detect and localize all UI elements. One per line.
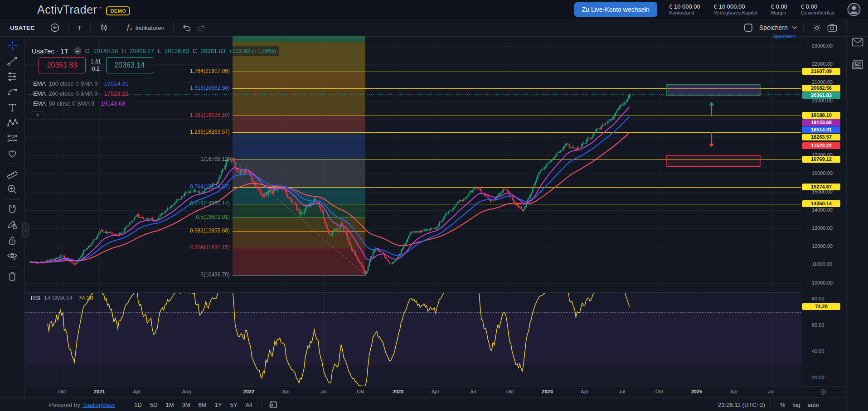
- session-clock[interactable]: 23:26:11 (UTC+2): [718, 401, 765, 408]
- chart-toolbar: USATEC T ƒx Indikatoren Speichern: [0, 19, 868, 37]
- date-range-switcher: 1D5D1M3M6M1Y5YAll: [130, 400, 256, 410]
- fib-level-label: 1.236(18263.57): [25, 129, 230, 135]
- go-to-date-button[interactable]: [267, 400, 278, 410]
- price-tag: 20361.83: [802, 92, 840, 99]
- tool-crosshair[interactable]: [4, 38, 21, 53]
- function-icon: ƒx: [126, 24, 132, 32]
- tool-trend-line[interactable]: [4, 53, 21, 69]
- chart-style-button[interactable]: [97, 21, 111, 34]
- tool-hide-drawings[interactable]: [4, 248, 21, 264]
- log-scale-button[interactable]: log: [789, 400, 804, 410]
- go-to-date-icon: [268, 401, 277, 409]
- tool-projection[interactable]: [4, 131, 21, 146]
- rsi-value: 74.20: [78, 295, 93, 301]
- ema-legend-row[interactable]: EMA200 close 0 SMA 917523.22: [31, 90, 131, 97]
- account-stat-value: € 0.00: [801, 3, 834, 10]
- price-tag: 15274.67: [802, 184, 840, 190]
- range-button-1m[interactable]: 1M: [161, 400, 178, 410]
- redo-button[interactable]: [194, 22, 209, 34]
- tradingview-link[interactable]: TradingView: [82, 401, 115, 408]
- price-tick: 12000.00: [812, 243, 833, 249]
- hide-drawings-icon: [6, 250, 18, 262]
- ema-legend-row[interactable]: EMA100 close 0 SMA 918514.31: [31, 80, 131, 87]
- time-label: 2024: [542, 389, 553, 394]
- ema-legend-row[interactable]: EMA50 close 0 SMA 919143.68: [31, 100, 128, 107]
- spread-top: 1.31: [91, 58, 101, 65]
- gear-icon: [812, 23, 822, 33]
- range-button-5d[interactable]: 5D: [146, 400, 162, 410]
- price-tag: 19143.68: [802, 119, 840, 126]
- indicator-value: 17523.22: [104, 90, 129, 97]
- app-logo: ActivTrader ™ DEMO: [37, 3, 130, 16]
- timeframe-button[interactable]: T: [75, 22, 84, 34]
- price-scale[interactable]: 23000.0022000.0021000.0020000.0019000.00…: [801, 36, 847, 386]
- tool-magnet[interactable]: [4, 202, 21, 218]
- time-label: Jul: [768, 389, 775, 394]
- range-button-all[interactable]: All: [241, 400, 256, 410]
- indicators-button[interactable]: ƒx Indikatoren: [123, 22, 167, 34]
- tool-lock-drawings[interactable]: [4, 233, 21, 248]
- chart-settings-button[interactable]: [810, 21, 824, 34]
- tool-fib-retracement[interactable]: [4, 69, 21, 84]
- range-button-1d[interactable]: 1D: [130, 400, 146, 410]
- compare-add-symbol-button[interactable]: [47, 21, 63, 34]
- time-label: Jul: [320, 389, 326, 394]
- price-tick: 13000.00: [812, 225, 833, 231]
- tool-brush[interactable]: [4, 84, 21, 100]
- theme-sun-icon[interactable]: [820, 388, 827, 396]
- tool-zoom-in[interactable]: [4, 182, 21, 197]
- tool-ruler[interactable]: [4, 166, 21, 182]
- rail-divider: [5, 199, 19, 200]
- price-tick: 16000.00: [812, 170, 833, 176]
- range-button-1y[interactable]: 1Y: [211, 400, 226, 410]
- price-tag: 20682.56: [802, 85, 840, 92]
- layout-checkbox-icon[interactable]: [744, 23, 753, 32]
- switch-live-account-button[interactable]: Zu Live-Konto wechseln: [574, 2, 657, 17]
- user-avatar[interactable]: [847, 3, 861, 16]
- price-tick: 11000.00: [812, 261, 832, 267]
- price-tick: 22000.00: [812, 61, 833, 67]
- sell-button[interactable]: 20361.83: [39, 57, 86, 73]
- tool-drawing-edit-lock[interactable]: [4, 218, 21, 233]
- hide-source-icon[interactable]: –: [74, 47, 82, 55]
- tool-emoji[interactable]: [4, 146, 21, 161]
- collapse-indicators-button[interactable]: ^: [31, 111, 44, 120]
- symbol-button[interactable]: USATEC: [10, 24, 35, 31]
- drawing-tools-rail: [0, 36, 25, 397]
- top-header: ActivTrader ™ DEMO Zu Live-Konto wechsel…: [0, 0, 868, 19]
- undo-button[interactable]: [179, 22, 194, 34]
- auto-scale-button[interactable]: auto: [804, 400, 823, 410]
- text-tool-icon: T: [78, 24, 82, 32]
- tool-text-tool[interactable]: [4, 100, 21, 115]
- news-button[interactable]: [852, 59, 863, 71]
- account-stat: € 10 000.00Kontostand: [669, 3, 700, 16]
- projection-icon: [6, 132, 18, 144]
- mail-button[interactable]: [852, 37, 863, 47]
- save-layout-control[interactable]: Speichern Speichern: [759, 24, 797, 31]
- indicator-value: 19143.68: [101, 100, 125, 107]
- percent-scale-button[interactable]: %: [776, 400, 789, 410]
- range-button-3m[interactable]: 3M: [178, 400, 194, 410]
- toolbar-divider: [117, 23, 117, 33]
- low-value: 20126.63: [165, 48, 189, 54]
- account-stat-value: € 10 000.00: [714, 3, 757, 10]
- range-button-5y[interactable]: 5Y: [226, 400, 242, 410]
- tool-remove-drawings[interactable]: [4, 269, 21, 284]
- brush-icon: [6, 86, 18, 98]
- time-label: Okt: [357, 389, 364, 394]
- time-scale[interactable]: Okt2021AprAug2022AprJulOkt2023AprJulOkt2…: [25, 386, 846, 398]
- fib-level-label: 0.5(13602.91): [25, 214, 230, 220]
- price-tick: 14000.00: [812, 207, 833, 213]
- indicator-value: 18514.31: [104, 80, 129, 87]
- symbol-legend[interactable]: UsaTec · 1T – O20140.38 H20408.27 L20126…: [31, 46, 279, 56]
- screenshot-button[interactable]: [824, 22, 840, 34]
- fib-retracement-icon: [6, 71, 18, 82]
- watchlist-expand-handle[interactable]: ›: [22, 223, 29, 237]
- tool-xabcd-pattern[interactable]: [4, 115, 21, 131]
- time-label: Okt: [58, 389, 66, 394]
- open-label: O: [85, 48, 90, 54]
- range-button-6m[interactable]: 6M: [194, 400, 211, 410]
- rsi-legend[interactable]: RSI 14 SMA 14 74.20: [31, 295, 93, 301]
- buy-button[interactable]: 20363.14: [106, 57, 153, 73]
- undo-icon: [182, 24, 191, 32]
